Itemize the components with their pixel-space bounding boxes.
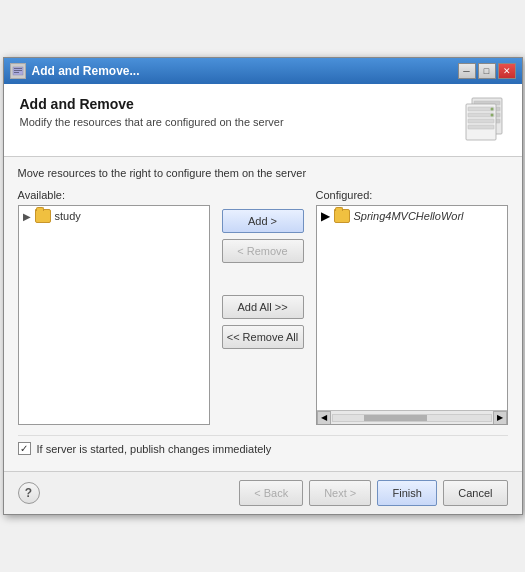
- window-title: Add and Remove...: [32, 64, 140, 78]
- available-list[interactable]: ▶ study: [18, 205, 210, 425]
- scroll-track[interactable]: [332, 414, 492, 422]
- svg-rect-13: [468, 125, 494, 129]
- minimize-button[interactable]: ─: [458, 63, 476, 79]
- instruction-text: Move resources to the right to configure…: [18, 167, 508, 179]
- configured-items: ▶ Spring4MVCHelloWorl: [317, 206, 507, 412]
- publish-checkbox-row: ✓ If server is started, publish changes …: [18, 435, 508, 461]
- window-icon: [10, 63, 26, 79]
- available-item-name: study: [55, 210, 81, 222]
- scroll-left-arrow[interactable]: ◀: [317, 411, 331, 425]
- server-illustration-icon: [464, 96, 506, 142]
- maximize-button[interactable]: □: [478, 63, 496, 79]
- help-button[interactable]: ?: [18, 482, 40, 504]
- scroll-thumb: [364, 415, 427, 421]
- add-button[interactable]: Add >: [222, 209, 304, 233]
- expand-arrow: ▶: [23, 211, 31, 222]
- cancel-button[interactable]: Cancel: [443, 480, 507, 506]
- middle-buttons: Add > < Remove Add All >> << Remove All: [218, 189, 308, 349]
- close-button[interactable]: ✕: [498, 63, 516, 79]
- available-panel: Available: ▶ study: [18, 189, 210, 425]
- dialog-title: Add and Remove: [20, 96, 284, 112]
- configured-item-name: Spring4MVCHelloWorl: [354, 210, 464, 222]
- expand-arrow-2: ▶: [321, 209, 330, 223]
- publish-checkbox[interactable]: ✓: [18, 442, 31, 455]
- add-all-button[interactable]: Add All >>: [222, 295, 304, 319]
- svg-point-14: [490, 108, 493, 111]
- header-text: Add and Remove Modify the resources that…: [20, 96, 284, 128]
- folder-icon: [35, 209, 51, 223]
- svg-rect-2: [14, 70, 22, 71]
- panels: Available: ▶ study Add > < Remove Add Al…: [18, 189, 508, 425]
- svg-rect-3: [14, 72, 19, 73]
- footer: ? < Back Next > Finish Cancel: [4, 471, 522, 514]
- folder-icon-2: [334, 209, 350, 223]
- svg-rect-10: [468, 107, 494, 111]
- svg-rect-12: [468, 119, 494, 123]
- back-button[interactable]: < Back: [239, 480, 303, 506]
- next-button[interactable]: Next >: [309, 480, 371, 506]
- configured-item-spring[interactable]: ▶ Spring4MVCHelloWorl: [317, 206, 507, 226]
- svg-rect-11: [468, 113, 494, 117]
- header-icon: [458, 96, 506, 144]
- scroll-right-arrow[interactable]: ▶: [493, 411, 507, 425]
- content: Move resources to the right to configure…: [4, 157, 522, 471]
- dialog-subtitle: Modify the resources that are configured…: [20, 116, 284, 128]
- horizontal-scrollbar[interactable]: ◀ ▶: [317, 410, 507, 424]
- footer-left: ?: [18, 482, 40, 504]
- available-label: Available:: [18, 189, 210, 201]
- title-bar-controls: ─ □ ✕: [458, 63, 516, 79]
- dialog-window: Add and Remove... ─ □ ✕ Add and Remove M…: [3, 57, 523, 515]
- svg-point-15: [490, 114, 493, 117]
- svg-rect-1: [14, 68, 22, 69]
- finish-button[interactable]: Finish: [377, 480, 437, 506]
- title-bar: Add and Remove... ─ □ ✕: [4, 58, 522, 84]
- remove-all-button[interactable]: << Remove All: [222, 325, 304, 349]
- available-item-study[interactable]: ▶ study: [19, 206, 209, 226]
- header: Add and Remove Modify the resources that…: [4, 84, 522, 157]
- remove-button[interactable]: < Remove: [222, 239, 304, 263]
- footer-right: < Back Next > Finish Cancel: [239, 480, 507, 506]
- configured-list[interactable]: ▶ Spring4MVCHelloWorl ◀ ▶: [316, 205, 508, 425]
- title-bar-left: Add and Remove...: [10, 63, 140, 79]
- configured-label: Configured:: [316, 189, 508, 201]
- configured-panel: Configured: ▶ Spring4MVCHelloWorl: [316, 189, 508, 425]
- publish-checkbox-label: If server is started, publish changes im…: [37, 443, 272, 455]
